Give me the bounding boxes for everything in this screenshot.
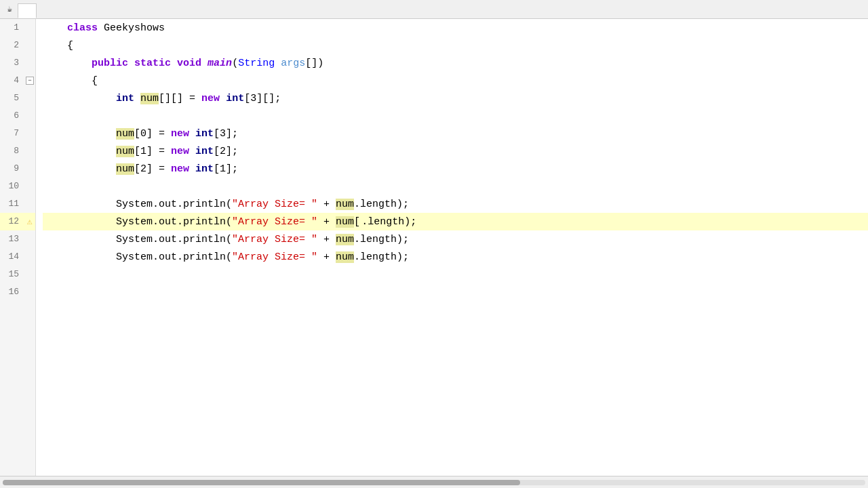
code-line-2: { xyxy=(43,37,868,54)
warning-icon-12: ⚠ xyxy=(27,216,33,227)
token: [1]; xyxy=(214,163,238,175)
fold-gutter-4: − xyxy=(24,77,35,85)
code-content[interactable]: class Geekyshows { public static void ma… xyxy=(36,19,868,476)
scrollbar-track[interactable] xyxy=(3,480,865,485)
fold-icon-4[interactable]: − xyxy=(26,77,34,85)
token: + xyxy=(317,251,336,263)
token: num xyxy=(116,128,134,140)
line-number-7: 7 xyxy=(0,125,24,142)
token: System.out.println( xyxy=(43,216,232,228)
code-line-6 xyxy=(43,107,868,125)
token: "Array Size= " xyxy=(232,199,317,210)
token: [2]; xyxy=(214,146,238,157)
token: new xyxy=(171,128,189,140)
token xyxy=(43,128,116,140)
token: main xyxy=(208,58,232,69)
token: int xyxy=(116,93,134,104)
code-line-16 xyxy=(43,283,868,301)
token xyxy=(220,93,226,104)
code-line-13: System.out.println("Array Size= " + num.… xyxy=(43,230,868,248)
line-number-3: 3 xyxy=(0,54,24,72)
code-line-5: int num[][] = new int[3][]; xyxy=(43,89,868,107)
token: int xyxy=(195,146,214,157)
token: int xyxy=(226,93,244,104)
token: public xyxy=(92,58,128,69)
token: "Array Size= " xyxy=(232,234,317,245)
token: .length); xyxy=(354,251,409,263)
token xyxy=(43,93,116,104)
code-line-3: public static void main(String args[]) xyxy=(43,54,868,72)
gutter-row-11: 11 xyxy=(0,195,35,213)
line-number-9: 9 xyxy=(0,160,24,178)
token: { xyxy=(43,75,98,87)
token: ( xyxy=(232,58,238,69)
token: class xyxy=(67,22,98,34)
token xyxy=(189,146,195,157)
token: num xyxy=(336,199,354,210)
gutter-row-6: 6 xyxy=(0,107,35,125)
token: .length); xyxy=(361,216,416,228)
token: [3][]; xyxy=(244,93,281,104)
token: num xyxy=(116,146,134,157)
code-line-15 xyxy=(43,266,868,283)
code-line-1: class Geekyshows xyxy=(43,19,868,37)
token: num xyxy=(336,234,354,245)
gutter-row-8: 8 xyxy=(0,142,35,160)
token xyxy=(201,58,208,69)
gutter-row-2: 2 xyxy=(0,37,35,54)
token: static xyxy=(134,58,171,69)
scrollbar-thumb[interactable] xyxy=(3,480,520,485)
gutter-row-1: 1 xyxy=(0,19,35,37)
horizontal-scrollbar[interactable] xyxy=(0,476,868,488)
token: num xyxy=(336,216,354,228)
token: int xyxy=(195,163,214,175)
token: new xyxy=(171,163,189,175)
line-number-1: 1 xyxy=(0,19,24,37)
token: + xyxy=(317,234,336,245)
java-file-icon: ☕ xyxy=(4,4,15,15)
line-number-12: 12 xyxy=(0,213,24,230)
token: num xyxy=(336,251,354,263)
token: [0] = xyxy=(134,128,171,140)
fold-gutter-12: ⚠ xyxy=(24,216,35,227)
code-line-12: System.out.println("Array Size= " + num[… xyxy=(43,213,868,230)
token: + xyxy=(317,199,336,210)
token: .length); xyxy=(354,234,409,245)
line-number-5: 5 xyxy=(0,89,24,107)
token: System.out.println( xyxy=(43,199,232,210)
gutter-row-13: 13 xyxy=(0,230,35,248)
token xyxy=(43,163,116,175)
line-number-4: 4 xyxy=(0,72,24,89)
token xyxy=(43,58,92,69)
editor-tab[interactable] xyxy=(18,3,37,18)
line-number-2: 2 xyxy=(0,37,24,54)
token: System.out.println( xyxy=(43,234,232,245)
token xyxy=(189,163,195,175)
token xyxy=(128,58,134,69)
gutter-row-7: 7 xyxy=(0,125,35,142)
token xyxy=(43,146,116,157)
token: [1] = xyxy=(134,146,171,157)
gutter-row-9: 9 xyxy=(0,160,35,178)
token: "Array Size= " xyxy=(232,251,317,263)
code-line-4: { xyxy=(43,72,868,89)
code-line-11: System.out.println("Array Size= " + num.… xyxy=(43,195,868,213)
token: new xyxy=(171,146,189,157)
line-number-11: 11 xyxy=(0,195,24,213)
token: void xyxy=(177,58,201,69)
gutter-row-14: 14 xyxy=(0,248,35,266)
line-number-14: 14 xyxy=(0,248,24,266)
token xyxy=(275,58,281,69)
line-number-13: 13 xyxy=(0,230,24,248)
token: Geekyshows xyxy=(98,22,165,34)
line-number-8: 8 xyxy=(0,142,24,160)
token: new xyxy=(201,93,220,104)
gutter-row-15: 15 xyxy=(0,266,35,283)
token: System.out.println( xyxy=(43,251,232,263)
editor-area: 1234−56789101112⚠13141516 class Geekysho… xyxy=(0,19,868,476)
gutter-row-16: 16 xyxy=(0,283,35,301)
code-line-10 xyxy=(43,178,868,195)
title-bar: ☕ xyxy=(0,0,868,19)
token xyxy=(43,22,67,34)
code-line-8: num[1] = new int[2]; xyxy=(43,142,868,160)
